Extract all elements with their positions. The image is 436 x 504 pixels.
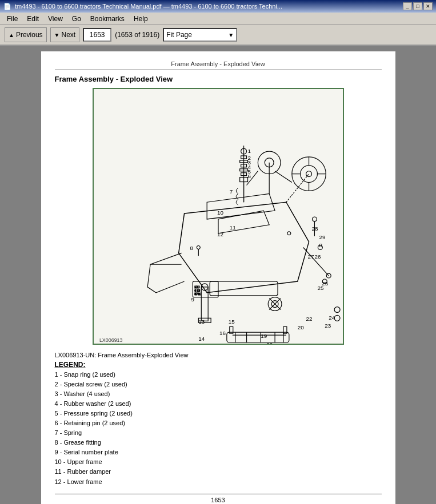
title-bar: 📄 tm4493 - 6100 to 6600 tractors Technic…	[0, 0, 436, 13]
svg-text:13: 13	[198, 318, 205, 325]
svg-text:24: 24	[329, 315, 335, 321]
svg-text:11: 11	[229, 224, 236, 231]
legend-title: LEGEND:	[55, 361, 382, 369]
svg-text:12: 12	[217, 231, 223, 237]
list-item: 10 - Upper frame	[55, 457, 382, 467]
next-icon	[54, 31, 60, 39]
previous-button[interactable]: Previous	[5, 27, 47, 42]
previous-icon	[9, 31, 14, 39]
toolbar: Previous Next (1653 of 1916) Fit Page	[0, 25, 436, 46]
next-button[interactable]: Next	[50, 27, 80, 42]
footer-page-number: 1653	[211, 497, 225, 503]
svg-text:14: 14	[198, 336, 205, 342]
svg-text:8: 8	[190, 245, 193, 251]
menu-view[interactable]: View	[43, 14, 67, 24]
svg-text:7: 7	[229, 188, 233, 195]
list-item: 3 - Washer (4 used)	[55, 389, 382, 399]
minimize-button[interactable]: _	[403, 2, 412, 10]
list-item: 5 - Pressure spring (2 used)	[55, 409, 382, 418]
menu-file[interactable]: File	[2, 14, 22, 24]
list-item: 11 - Rubber damper	[55, 467, 382, 477]
list-item: 1 - Snap ring (2 used)	[55, 370, 382, 380]
previous-label: Previous	[16, 31, 43, 39]
svg-text:ETJ: ETJ	[194, 286, 199, 289]
svg-text:20: 20	[297, 324, 304, 330]
caption-text: LX006913-UN: Frame Assembly-Exploded Vie…	[55, 352, 189, 358]
svg-text:8: 8	[319, 243, 322, 249]
svg-rect-0	[94, 89, 343, 344]
menu-bookmarks[interactable]: Bookmarks	[86, 14, 129, 24]
section-title: Frame Assembly - Exploded View	[55, 75, 382, 83]
list-item: 7 - Spring	[55, 428, 382, 438]
list-item: 12 - Lower frame	[55, 477, 382, 487]
svg-text:20: 20	[266, 341, 273, 344]
svg-text:25: 25	[322, 280, 329, 287]
svg-text:22: 22	[306, 316, 312, 322]
svg-text:19: 19	[261, 333, 267, 339]
page-header-text: Frame Assembly - Exploded View	[171, 61, 265, 67]
diagram-container: ETJ 6 13 5761	[93, 88, 344, 345]
app-icon: 📄	[3, 3, 11, 10]
svg-text:26: 26	[314, 253, 321, 260]
svg-text:6: 6	[247, 173, 251, 179]
svg-text:15: 15	[228, 318, 235, 325]
list-item: 4 - Rubber washer (2 used)	[55, 399, 382, 409]
menu-help[interactable]: Help	[129, 14, 153, 24]
list-item: 9 - Serial number plate	[55, 447, 382, 457]
svg-text:28: 28	[311, 225, 318, 232]
menu-go[interactable]: Go	[67, 14, 86, 24]
page-header: Frame Assembly - Exploded View	[55, 61, 382, 70]
svg-text:5761: 5761	[194, 293, 201, 296]
fit-label: Fit Page	[166, 31, 192, 39]
main-content-area: Frame Assembly - Exploded View Frame Ass…	[0, 46, 436, 504]
dropdown-arrow-icon	[228, 31, 234, 39]
svg-text:29: 29	[319, 234, 326, 240]
window-title: tm4493 - 6100 to 6600 tractors Technical…	[15, 3, 282, 10]
svg-text:9: 9	[191, 296, 194, 303]
svg-text:6 13: 6 13	[194, 289, 200, 292]
svg-text:23: 23	[325, 322, 331, 329]
svg-text:27: 27	[307, 253, 314, 260]
page-footer: 1653	[55, 494, 382, 503]
svg-text:10: 10	[217, 209, 224, 216]
window-controls: _ □ ✕	[403, 2, 433, 10]
page-number-input[interactable]	[83, 28, 111, 42]
list-item: 6 - Retaining pin (2 used)	[55, 418, 382, 428]
next-label: Next	[62, 31, 76, 39]
close-button[interactable]: ✕	[423, 2, 433, 10]
svg-text:1: 1	[247, 148, 251, 154]
svg-text:LX006913: LX006913	[99, 337, 122, 343]
maximize-button[interactable]: □	[413, 2, 422, 10]
frame-assembly-diagram: ETJ 6 13 5761	[94, 89, 343, 344]
legend-section: LEGEND: 1 - Snap ring (2 used) 2 - Speci…	[55, 361, 382, 487]
page-info: (1653 of 1916)	[115, 31, 159, 39]
fit-dropdown[interactable]: Fit Page	[163, 28, 237, 42]
svg-text:16: 16	[219, 330, 226, 336]
list-item: 2 - Special screw (2 used)	[55, 380, 382, 389]
diagram-caption: LX006913-UN: Frame Assembly-Exploded Vie…	[55, 352, 382, 358]
list-item: 8 - Grease fitting	[55, 438, 382, 447]
menu-bar: File Edit View Go Bookmarks Help	[0, 13, 436, 25]
menu-edit[interactable]: Edit	[22, 14, 43, 24]
pdf-page: Frame Assembly - Exploded View Frame Ass…	[41, 51, 395, 504]
legend-list: 1 - Snap ring (2 used) 2 - Special screw…	[55, 370, 382, 487]
